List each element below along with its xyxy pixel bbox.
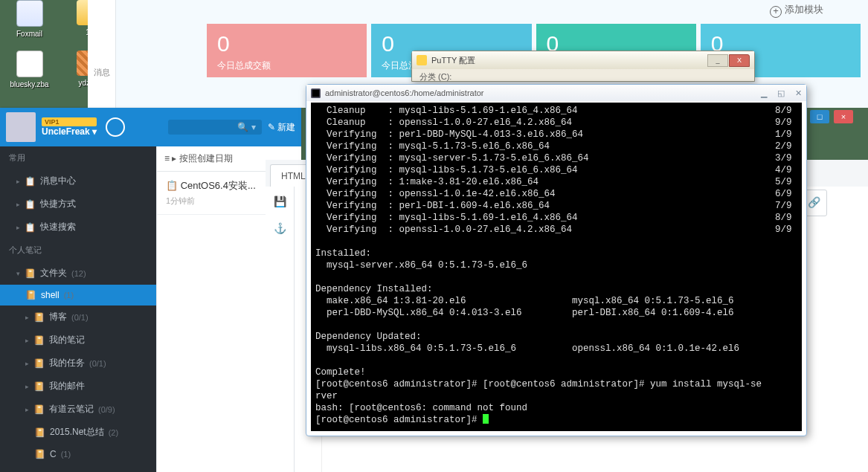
file-icon — [16, 51, 43, 77]
putty-config-window[interactable]: PuTTY 配置 _ X 分类 (C): — [411, 51, 755, 82]
sidebar-item[interactable]: ▸📔 我的笔记 — [0, 329, 156, 352]
sidebar-item-shell[interactable]: 📔 shell (1) — [0, 285, 156, 305]
username[interactable]: UncleFreak — [42, 126, 90, 137]
save-icon[interactable]: 💾 — [273, 195, 286, 209]
new-button[interactable]: ✎ 新建 — [268, 121, 295, 134]
terminal-title: administrator@centos6:/home/administrato… — [325, 88, 484, 97]
stat-card[interactable]: 0今日总成交额 — [207, 24, 367, 77]
desktop-icon-foxmail[interactable]: Foxmail — [9, 0, 50, 38]
sidebar-item[interactable]: ▸📔 博客 (0/1) — [0, 305, 156, 329]
sidebar: 常用 ▸📋 消息中心▸📋 快捷方式▸📋 快速搜索 个人笔记 ▾📔 文件夹 (12… — [0, 146, 156, 472]
sidebar-item-folder[interactable]: ▾📔 文件夹 (12) — [0, 262, 156, 285]
maximize-button[interactable]: ◱ — [777, 88, 785, 98]
message-column[interactable]: 消息 — [88, 0, 116, 108]
sidebar-group: 个人笔记 — [0, 239, 156, 262]
note-app: VIP1 UncleFreak ▾ 🔍 ▾ ✎ 新建 常用 ▸📋 消息中心▸📋 … — [0, 108, 301, 472]
minimize-button[interactable]: ▁ — [761, 88, 767, 98]
sidebar-item[interactable]: ▸📋 快速搜索 — [0, 216, 156, 239]
dropdown-icon[interactable]: ▾ — [92, 126, 97, 137]
mail-icon — [16, 0, 43, 27]
search-input[interactable]: 🔍 ▾ — [168, 120, 262, 135]
sidebar-group: 常用 — [0, 146, 156, 169]
plus-icon: + — [770, 6, 782, 18]
terminal-window[interactable]: administrator@centos6:/home/administrato… — [306, 84, 807, 436]
svg-rect-1 — [312, 89, 320, 97]
add-module-button[interactable]: +添加模块 — [770, 3, 823, 18]
editor-toolbar: 💾 ⚓ — [266, 187, 295, 472]
sync-icon[interactable] — [106, 117, 125, 137]
desktop-icon-bluesky.zba[interactable]: bluesky.zba — [9, 51, 50, 88]
putty-title: PuTTY 配置 — [431, 55, 475, 66]
note-header: VIP1 UncleFreak ▾ 🔍 ▾ ✎ 新建 — [0, 108, 301, 146]
sidebar-item[interactable]: ▸📔 我的任务 (0/1) — [0, 352, 156, 375]
anchor-icon[interactable]: ⚓ — [273, 222, 286, 236]
vip-badge: VIP1 — [42, 117, 97, 126]
sidebar-item[interactable]: 📔 C (1) — [0, 444, 156, 465]
close-button[interactable]: X — [729, 54, 750, 67]
terminal-titlebar[interactable]: administrator@centos6:/home/administrato… — [306, 85, 806, 101]
close-button[interactable]: × — [834, 110, 853, 123]
sidebar-item[interactable]: 📔 2015.Net总结 (2) — [0, 421, 156, 444]
cursor — [483, 414, 489, 424]
sidebar-item[interactable]: ▸📔 有道云笔记 (0/9) — [0, 398, 156, 421]
sidebar-item[interactable]: ▸📋 快捷方式 — [0, 193, 156, 216]
message-label: 消息 — [94, 68, 110, 77]
close-button[interactable]: ✕ — [795, 88, 802, 98]
terminal-content[interactable]: Cleanup : mysql-libs-5.1.69-1.el6_4.x86_… — [311, 103, 802, 431]
minimize-button[interactable]: _ — [707, 54, 728, 67]
avatar[interactable] — [6, 112, 36, 142]
sidebar-item[interactable]: ▸📋 消息中心 — [0, 169, 156, 193]
maximize-button[interactable]: □ — [810, 110, 829, 123]
terminal-icon — [311, 88, 321, 98]
putty-icon — [417, 55, 427, 65]
putty-category-label: 分类 (C): — [412, 69, 754, 85]
sidebar-item[interactable]: ▸📔 我的邮件 — [0, 375, 156, 398]
